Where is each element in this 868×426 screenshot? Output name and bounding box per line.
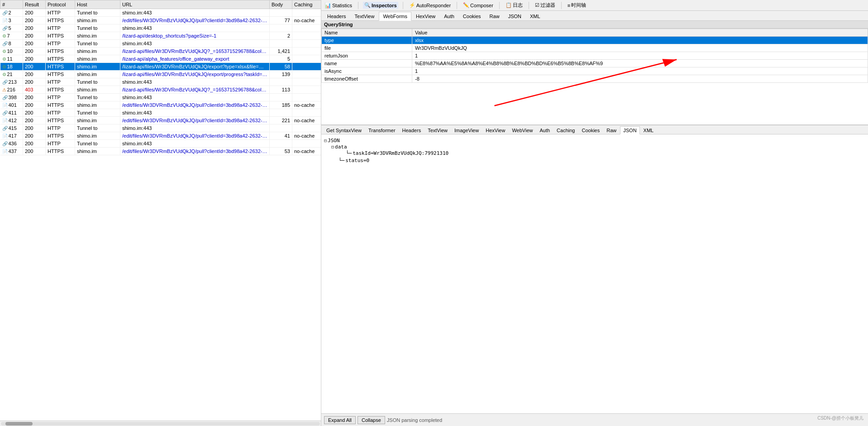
lower-tab-json[interactable]: JSON [620,126,639,134]
lower-tab-caching[interactable]: Caching [553,126,578,134]
qs-row[interactable]: name %E8%87%AA%E5%8A%A8%E4%B8%8B%E8%BD%B… [322,60,868,67]
table-row[interactable]: 📄 401 200 HTTPS shimo.im /edit/files/Wr3… [0,101,321,109]
autoresponder-tab[interactable]: ⚡ AutoResponder [408,2,452,9]
collapse-button[interactable]: Collapse [358,416,385,424]
lower-tab-xml[interactable]: XML [640,126,657,134]
table-row[interactable]: 🔗 398 200 HTTP Tunnel to shimo.im:443 [0,94,321,101]
table-row[interactable]: 🔗 5 200 HTTP Tunnel to shimo.im:443 [0,24,321,32]
cell-id: ⚙ 7 [0,32,23,40]
requests-table-container[interactable]: # Result Protocol Host URL Body Caching … [0,0,321,421]
cell-result: 200 [23,40,46,48]
lower-tab-webview[interactable]: WebView [509,126,536,134]
cell-protocol: HTTPS [46,101,75,109]
table-row[interactable]: ⚠ 216 403 HTTPS shimo.im /lizard-api/fil… [0,86,321,94]
inspector-tab-cookies[interactable]: Cookies [459,12,485,20]
lower-tab-raw[interactable]: Raw [603,126,620,134]
inspector-tab-webforms[interactable]: WebForms [379,12,411,21]
cell-host: shimo.im [75,55,120,63]
right-panel-inner: HeadersTextViewWebFormsHexViewAuthCookie… [321,11,868,426]
cell-id: 📄 437 [0,148,23,155]
cell-result: 200 [23,55,46,63]
left-panel: # Result Protocol Host URL Body Caching … [0,0,321,426]
table-row[interactable]: 🔗 411 200 HTTP Tunnel to shimo.im:443 [0,109,321,117]
table-row[interactable]: 📄 437 200 HTTPS shimo.im /edit/files/Wr3… [0,148,321,155]
lower-tab-hexview[interactable]: HexView [482,126,508,134]
lower-tab-get-syntaxview[interactable]: Get SyntaxView [323,126,365,134]
table-row[interactable]: ⚙ 21 200 HTTPS shimo.im /lizard-api/file… [0,71,321,78]
qs-value: 1 [412,67,868,75]
lower-tab-textview[interactable]: TextView [424,126,451,134]
row-icon: 🔗 [2,126,8,131]
row-icon: ⚙ [2,34,6,38]
inspector-tab-json[interactable]: JSON [504,12,525,20]
row-icon: 📄 [2,118,8,123]
inspector-tab-textview[interactable]: TextView [351,12,379,20]
statistics-label: Statistics [332,3,352,8]
row-icon: 📄 [2,18,8,23]
lower-tab-imageview[interactable]: ImageView [451,126,482,134]
table-row[interactable]: 🔗 213 200 HTTP Tunnel to shimo.im:443 [0,78,321,86]
table-row[interactable]: ⚙ 18 200 HTTPS shimo.im /lizard-api/file… [0,63,321,71]
table-row[interactable]: 🔗 415 200 HTTP Tunnel to shimo.im:443 [0,124,321,132]
inspector-tab-headers[interactable]: Headers [323,12,350,20]
inspector-tab-hexview[interactable]: HexView [412,12,439,20]
timeline-label: 时间轴 [571,2,586,9]
expand-icon-data[interactable]: ⊟ [331,144,334,149]
json-tree[interactable]: ⊟ JSON ⊟ data [321,134,868,413]
timeline-tab[interactable]: ≡ 时间轴 [566,1,587,9]
table-row[interactable]: 📄 3 200 HTTPS shimo.im /edit/files/Wr3DV… [0,17,321,24]
cell-body [270,40,292,48]
statistics-tab[interactable]: 📊 Statistics [323,2,353,9]
filter-label: 过滤器 [540,2,555,9]
inspector-tab-auth[interactable]: Auth [440,12,458,20]
inspectors-tab[interactable]: 🔍 Inspectors [363,2,398,9]
qs-row[interactable]: type xlsx [322,37,868,44]
cell-host: Tunnel to [75,94,120,101]
composer-tab[interactable]: ✏️ Composer [462,2,495,9]
table-row[interactable]: 📄 417 200 HTTPS shimo.im /edit/files/Wr3… [0,132,321,140]
lower-tab-transformer[interactable]: Transformer [365,126,399,134]
table-row[interactable]: ⚙ 11 200 HTTPS shimo.im /lizard-api/alph… [0,55,321,63]
col-header-hash: # [0,0,23,9]
expand-all-button[interactable]: Expand All [324,416,356,424]
row-icon: ⚙ [2,57,6,62]
cell-id: 🔗 415 [0,124,23,132]
cell-protocol: HTTPS [46,63,75,71]
table-row[interactable]: 🔗 8 200 HTTP Tunnel to shimo.im:443 [0,40,321,48]
inspector-tab-xml[interactable]: XML [526,12,544,20]
qs-row[interactable]: timezoneOffset -8 [322,75,868,83]
inspector-tab-raw[interactable]: Raw [486,12,504,20]
cell-url: shimo.im:443 [120,24,270,32]
cell-url: /lizard-api/desktop_shortcuts?pageSize=-… [120,32,270,40]
lower-tab-cookies[interactable]: Cookies [578,126,603,134]
cell-url: shimo.im:443 [120,140,270,148]
cell-result: 200 [23,48,46,55]
table-row[interactable]: ⚙ 10 200 HTTPS shimo.im /lizard-api/file… [0,48,321,55]
row-icon: 🔗 [2,41,8,46]
qs-row[interactable]: isAsync 1 [322,67,868,75]
qs-name: timezoneOffset [322,75,412,83]
separator-4 [499,2,500,9]
table-row[interactable]: 📄 412 200 HTTPS shimo.im /edit/files/Wr3… [0,117,321,124]
expand-icon-root[interactable]: ⊟ [324,138,327,143]
table-row[interactable]: 🔗 436 200 HTTP Tunnel to shimo.im:443 [0,140,321,148]
qs-row[interactable]: returnJson 1 [322,52,868,60]
cell-host: Tunnel to [75,124,120,132]
qs-row[interactable]: file Wr3DVRmBzVUdQkJQ [322,44,868,52]
cell-url: shimo.im:443 [120,94,270,101]
filter-tab[interactable]: ☑ 过滤器 [534,1,557,9]
cell-result: 200 [23,17,46,24]
lower-tab-auth[interactable]: Auth [536,126,553,134]
filter-icon: ☑ [535,2,539,8]
log-tab[interactable]: 📋 日志 [504,1,524,9]
table-row[interactable]: ⚙ 7 200 HTTPS shimo.im /lizard-api/deskt… [0,32,321,40]
col-header-body: Body [270,0,292,9]
qs-name: type [322,37,412,44]
cell-body: 2 [270,32,292,40]
horizontal-scrollbar[interactable] [0,421,321,426]
cell-id: 🔗 411 [0,109,23,117]
cell-id: 📄 412 [0,117,23,124]
lower-tab-headers[interactable]: Headers [399,126,424,134]
table-row[interactable]: 🔗 2 200 HTTP Tunnel to shimo.im:443 [0,9,321,17]
col-header-caching: Caching [292,0,321,9]
